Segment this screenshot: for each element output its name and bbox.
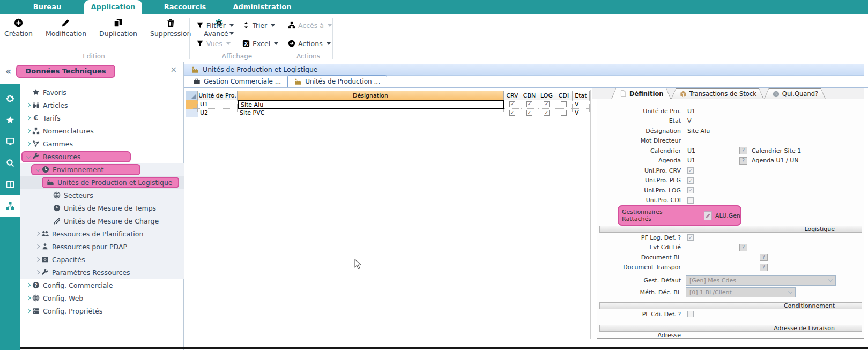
sidebar-item-favoris[interactable]: Favoris bbox=[20, 86, 184, 99]
chevron-right-icon[interactable] bbox=[26, 142, 30, 146]
chevron-right-icon[interactable] bbox=[26, 129, 30, 133]
actions-button[interactable]: Actions bbox=[288, 36, 332, 50]
chevron-right-icon[interactable] bbox=[35, 244, 39, 249]
cell-unite[interactable]: U2 bbox=[198, 109, 238, 117]
cell-cdi[interactable] bbox=[555, 109, 573, 117]
filtrer-button[interactable]: Filtrer bbox=[196, 18, 234, 32]
excel-button[interactable]: Excel bbox=[242, 36, 278, 50]
col-header-cdi[interactable]: CDI bbox=[555, 91, 573, 100]
tab-unites-de-production[interactable]: Unités de Production ... bbox=[287, 75, 387, 87]
table-row[interactable]: U2 Site PVC ✓ ✓ ✓ V bbox=[186, 109, 590, 117]
chevron-right-icon[interactable] bbox=[26, 283, 30, 287]
duplication-button[interactable]: Duplication bbox=[99, 18, 137, 38]
trier-button[interactable]: Trier bbox=[242, 18, 278, 32]
collapse-sidebar-icon[interactable]: « bbox=[5, 66, 11, 77]
table-row[interactable]: U1 Site Alu ✓ ✓ ✓ V bbox=[186, 100, 590, 109]
sidebar-item-capacites[interactable]: Capacités bbox=[20, 253, 184, 266]
checkbox[interactable]: ✓ bbox=[544, 110, 550, 116]
favorites-star-icon[interactable] bbox=[0, 109, 20, 131]
cell-etat[interactable]: V bbox=[573, 100, 590, 109]
sidebar-item-ressources-pdap[interactable]: Ressources pour PDAP bbox=[20, 240, 184, 253]
sidebar-item-tarifs[interactable]: Tarifs bbox=[20, 111, 184, 124]
sidebar-item-parametres-ressources[interactable]: Paramètres Ressources bbox=[20, 266, 184, 279]
col-header-cbn[interactable]: CBN bbox=[521, 91, 538, 100]
checkbox[interactable] bbox=[561, 110, 567, 116]
help-button[interactable]: ? bbox=[739, 147, 747, 154]
row-marker[interactable] bbox=[186, 109, 198, 117]
col-header-log[interactable]: LOG bbox=[538, 91, 555, 100]
chevron-right-icon[interactable] bbox=[26, 116, 30, 120]
menu-tab-raccourcis[interactable]: Raccourcis bbox=[152, 0, 218, 14]
sidebar-item-config-proprietes[interactable]: Config. Propriétés bbox=[20, 304, 184, 317]
menu-tab-application[interactable]: Application bbox=[84, 0, 142, 14]
help-button[interactable]: ? bbox=[739, 157, 747, 165]
chevron-right-icon[interactable] bbox=[35, 257, 39, 262]
checkbox[interactable]: ✓ bbox=[509, 101, 515, 107]
hand-edit-icon[interactable] bbox=[704, 211, 712, 220]
help-button[interactable]: ? bbox=[739, 244, 747, 251]
chevron-right-icon[interactable] bbox=[35, 270, 39, 274]
hierarchy-view-icon[interactable] bbox=[0, 195, 20, 217]
columns-view-icon[interactable] bbox=[0, 174, 20, 195]
tab-qui-quand[interactable]: Qui,Quand? bbox=[764, 88, 826, 99]
cell-etat[interactable]: V bbox=[573, 109, 590, 117]
menu-tab-administration[interactable]: Administration bbox=[225, 0, 299, 14]
checkbox[interactable] bbox=[561, 101, 567, 107]
cell-cdi[interactable] bbox=[555, 100, 573, 109]
checkbox[interactable]: ✓ bbox=[526, 101, 532, 107]
sidebar-item-articles[interactable]: Articles bbox=[20, 99, 184, 111]
menu-tab-bureau[interactable]: Bureau bbox=[15, 0, 79, 14]
cell-log[interactable]: ✓ bbox=[538, 109, 555, 117]
suppression-button[interactable]: Suppression bbox=[150, 18, 191, 38]
cell-designation[interactable]: Site PVC bbox=[238, 109, 504, 117]
tab-gestion-commerciale[interactable]: Gestion Commerciale ... bbox=[187, 76, 287, 87]
sidebar-item-unites-mesure-temps[interactable]: Unités de Mesure de Temps bbox=[20, 202, 184, 214]
col-header-crv[interactable]: CRV bbox=[504, 91, 521, 100]
checkbox[interactable]: ✓ bbox=[509, 110, 515, 116]
col-header-unite[interactable]: Unité de Pro. bbox=[198, 91, 238, 100]
sidebar-item-unites-de-production[interactable]: Unités de Production et Logistique bbox=[20, 176, 184, 189]
cell-unite[interactable]: U1 bbox=[198, 100, 238, 109]
chevron-down-icon[interactable] bbox=[26, 154, 30, 159]
checkbox[interactable]: ✓ bbox=[687, 177, 694, 184]
help-button[interactable]: ? bbox=[760, 264, 768, 271]
sidebar-item-config-web[interactable]: Config. Web bbox=[20, 292, 184, 304]
sidebar-item-ressources[interactable]: Ressources bbox=[20, 150, 184, 163]
search-icon[interactable] bbox=[0, 152, 20, 174]
sidebar-item-config-commerciale[interactable]: Config. Commerciale bbox=[20, 279, 184, 292]
cell-log[interactable]: ✓ bbox=[538, 100, 555, 109]
close-icon[interactable]: × bbox=[170, 65, 177, 75]
checkbox[interactable]: ✓ bbox=[687, 167, 694, 174]
cell-cbn[interactable]: ✓ bbox=[521, 100, 538, 109]
help-button[interactable]: ? bbox=[760, 254, 768, 261]
row-marker[interactable] bbox=[186, 100, 198, 109]
modules-flower-icon[interactable] bbox=[0, 88, 20, 109]
desktop-monitor-icon[interactable] bbox=[0, 131, 20, 152]
tab-transactions-de-stock[interactable]: Transactions de Stock bbox=[671, 88, 764, 99]
cell-crv[interactable]: ✓ bbox=[504, 109, 521, 117]
modification-button[interactable]: Modification bbox=[46, 18, 86, 38]
tab-definition[interactable]: Définition bbox=[611, 88, 671, 99]
sidebar-item-gammes[interactable]: Gammes bbox=[20, 137, 184, 150]
meth-dec-bl-select[interactable]: [0] 1 BL/Client bbox=[686, 287, 796, 297]
checkbox[interactable] bbox=[687, 197, 694, 204]
gestionnaires-rattaches-highlight[interactable]: Gestionnaires Rattachés ALU,Gen bbox=[618, 205, 741, 226]
col-header-etat[interactable]: Etat bbox=[573, 91, 590, 100]
checkbox[interactable]: ✓ bbox=[687, 187, 694, 193]
sidebar-item-secteurs[interactable]: Secteurs bbox=[20, 189, 184, 202]
checkbox[interactable] bbox=[687, 311, 694, 317]
checkbox[interactable]: ✓ bbox=[687, 234, 694, 241]
creation-button[interactable]: Création bbox=[4, 18, 33, 38]
checkbox[interactable]: ✓ bbox=[544, 101, 550, 107]
sidebar-item-nomenclatures[interactable]: Nomenclatures bbox=[20, 124, 184, 137]
cell-designation-focused[interactable]: Site Alu bbox=[238, 100, 504, 109]
checkbox[interactable]: ✓ bbox=[526, 110, 532, 116]
cell-crv[interactable]: ✓ bbox=[504, 100, 521, 109]
chevron-right-icon[interactable] bbox=[26, 296, 30, 300]
chevron-down-icon[interactable] bbox=[35, 167, 40, 172]
sidebar-item-unites-mesure-charge[interactable]: Unités de Mesure de Charge bbox=[20, 214, 184, 227]
col-header-designation[interactable]: Désignation bbox=[238, 91, 504, 100]
chevron-right-icon[interactable] bbox=[35, 232, 39, 236]
gest-defaut-select[interactable]: [Gen] Mes Cdes bbox=[686, 275, 836, 286]
chevron-right-icon[interactable] bbox=[26, 309, 30, 313]
